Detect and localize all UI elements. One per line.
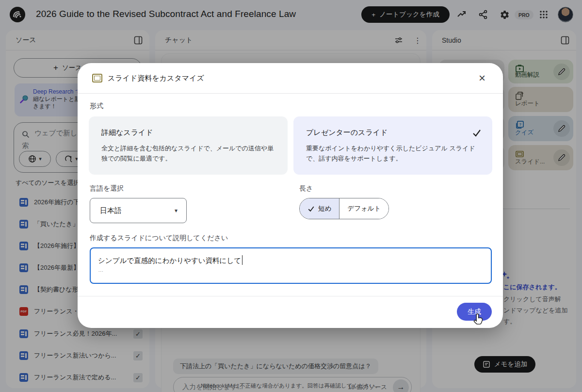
modal-footer-divider <box>78 296 503 296</box>
length-label: 長さ <box>299 184 313 193</box>
mouse-cursor-pointer <box>473 313 485 326</box>
format-option-detailed[interactable]: 詳細なスライド 全文と詳細を含む包括的なスライドで、メールでの送信や単独での閲覧… <box>89 116 288 175</box>
slides-icon <box>92 74 102 82</box>
language-select[interactable]: 日本語 ▾ <box>90 198 187 223</box>
length-segmented-control: 短め デフォルト <box>299 198 389 219</box>
modal-header: スライド資料をカスタマイズ × <box>78 63 503 94</box>
language-value: 日本語 <box>100 206 175 215</box>
slide-description-label: 作成するスライドについて説明してください <box>90 234 228 243</box>
slide-description-value: シンプルで直感的にわかりやすい資料にして <box>98 256 241 265</box>
chevron-down-icon: ▾ <box>175 207 178 214</box>
format-label: 形式 <box>90 102 103 111</box>
ime-underline-dots: ... <box>98 268 104 273</box>
notebooklm-app: 2026 Guide to the Revised Subcontract Ac… <box>0 0 582 392</box>
length-option-default[interactable]: デフォルト <box>339 198 388 219</box>
modal-title: スライド資料をカスタマイズ <box>108 74 204 83</box>
slide-description-input[interactable]: シンプルで直感的にわかりやすい資料にして ... <box>90 247 492 284</box>
customize-slides-modal: スライド資料をカスタマイズ × 形式 詳細なスライド 全文と詳細を含む包括的なス… <box>78 63 503 328</box>
check-icon <box>307 205 315 212</box>
length-option-short[interactable]: 短め <box>300 198 339 219</box>
text-caret <box>242 255 243 265</box>
check-icon <box>472 128 482 138</box>
format-option-presenter[interactable]: プレゼンターのスライド 重要なポイントをわかりやすく示したビジュアル スライドで… <box>293 116 492 175</box>
close-icon[interactable]: × <box>475 71 489 85</box>
language-label: 言語を選択 <box>90 184 124 193</box>
